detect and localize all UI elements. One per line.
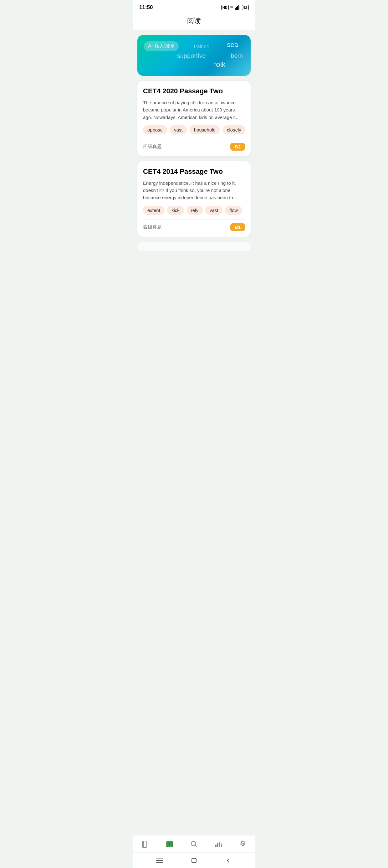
status-bar: 11:50 HD ⁵ᴳ 52 [133, 0, 255, 14]
tag-vast[interactable]: vast [170, 125, 187, 134]
banner-word-sea: sea [227, 41, 238, 49]
svg-rect-2 [237, 6, 238, 10]
passage-card-1-tags: oppose vast household closely shall [143, 125, 245, 134]
tag-extent[interactable]: extent [143, 206, 165, 215]
passage-card-2-excerpt: Energy independence. It has a nice ring … [143, 179, 245, 202]
svg-rect-3 [238, 5, 239, 10]
network-icon: ⁵ᴳ [230, 6, 233, 10]
passage-card-2[interactable]: CET4 2014 Passage Two Energy independenc… [137, 161, 251, 237]
banner-word-folk: folk [214, 60, 226, 69]
passage-card-2-level: B1 [230, 223, 245, 231]
passage-card-2-footer: 四级真题 B1 [143, 219, 245, 231]
main-content: AI 私人阅读 trainee sea born supportive folk… [133, 30, 255, 256]
passage-card-1-footer: 四级真题 B2 [143, 139, 245, 151]
svg-rect-0 [235, 8, 236, 10]
page-title: 阅读 [133, 16, 255, 26]
status-time: 11:50 [139, 4, 153, 11]
passage-card-2-title: CET4 2014 Passage Two [143, 167, 245, 176]
battery-badge: 52 [242, 5, 249, 10]
ai-banner-label: AI 私人阅读 [143, 41, 179, 51]
tag-kick[interactable]: kick [167, 206, 184, 215]
svg-rect-1 [236, 7, 237, 10]
page-title-bar: 阅读 [133, 14, 255, 30]
signal-icon [235, 5, 240, 10]
tag-rely[interactable]: rely [187, 206, 203, 215]
tag-flow[interactable]: flow [225, 206, 242, 215]
tag-vast2[interactable]: vast [205, 206, 223, 215]
tag-oppose[interactable]: oppose [143, 125, 167, 134]
tag-household[interactable]: household [190, 125, 220, 134]
ai-banner[interactable]: AI 私人阅读 trainee sea born supportive folk [137, 35, 251, 76]
status-icons: HD ⁵ᴳ 52 [221, 5, 249, 10]
passage-card-2-tags: extent kick rely vast flow massiv [143, 206, 245, 215]
passage-card-1-excerpt: The practice of paying children an allow… [143, 99, 245, 121]
hd-badge: HD [221, 5, 229, 10]
passage-card-1-level: B2 [230, 143, 245, 151]
passage-card-2-category: 四级真题 [143, 224, 162, 230]
partial-card-hint [137, 242, 251, 251]
banner-word-trainee: trainee [194, 44, 209, 50]
tag-closely[interactable]: closely [223, 125, 245, 134]
passage-card-1-title: CET4 2020 Passage Two [143, 87, 245, 95]
passage-card-1-category: 四级真题 [143, 144, 162, 150]
banner-word-supportive: supportive [177, 52, 206, 60]
banner-word-born: born [231, 52, 243, 59]
passage-card-1[interactable]: CET4 2020 Passage Two The practice of pa… [137, 81, 251, 156]
